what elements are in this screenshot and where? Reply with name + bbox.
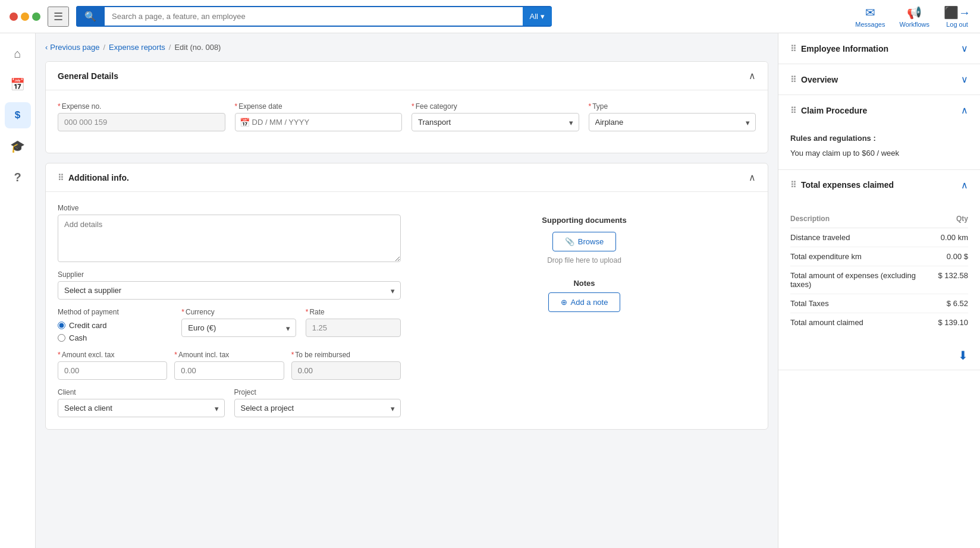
rate-group: * Rate xyxy=(306,308,401,337)
employee-info-header[interactable]: ⠿ Employee Information ∨ xyxy=(778,33,980,64)
totals-table: Description Qty Distance traveled0.00 km… xyxy=(790,212,968,332)
search-button[interactable]: 🔍 xyxy=(76,6,105,27)
supplier-group: Supplier Select a supplier xyxy=(58,270,401,300)
sidebar: ⌂ 📅 $ 🎓 ? xyxy=(0,33,36,548)
overview-title: ⠿ Overview xyxy=(790,75,838,84)
currency-label: * Currency xyxy=(181,308,296,316)
payment-method-label: Method of payment xyxy=(58,308,172,316)
overview-header[interactable]: ⠿ Overview ∨ xyxy=(778,64,980,95)
currency-select[interactable]: Euro (€) USD ($) GBP (£) xyxy=(181,319,296,337)
logo xyxy=(10,12,40,21)
expense-date-label: * Expense date xyxy=(235,102,403,111)
total-expenses-section: ⠿ Total expenses claimed ∧ Description Q… xyxy=(778,170,980,370)
general-details-card: General Details ∧ * Expense no. xyxy=(45,61,768,153)
table-row: Total amount of expenses (excluding taxe… xyxy=(790,266,968,294)
hamburger-menu[interactable]: ☰ xyxy=(48,7,69,27)
total-expenses-title: ⠿ Total expenses claimed xyxy=(790,180,894,190)
rate-input[interactable] xyxy=(306,319,401,337)
workflows-nav[interactable]: 📢 Workflows xyxy=(899,5,929,28)
overview-toggle[interactable]: ∨ xyxy=(961,74,968,85)
row-qty: $ 6.52 xyxy=(938,294,968,313)
supplier-select[interactable]: Select a supplier xyxy=(58,281,401,300)
logout-nav[interactable]: ⬛→ Log out xyxy=(944,5,970,28)
amount-excl-input[interactable] xyxy=(58,361,167,380)
client-group: Client Select a client xyxy=(58,388,225,417)
messages-nav[interactable]: ✉ Messages xyxy=(855,5,885,28)
type-label: * Type xyxy=(589,102,756,111)
sidebar-item-calendar[interactable]: 📅 xyxy=(5,71,31,97)
row-description: Total Taxes xyxy=(790,294,938,313)
claim-rules-title: Rules and regulations : xyxy=(790,133,968,145)
row-description: Distance traveled xyxy=(790,228,938,247)
motive-group: Motive xyxy=(58,204,401,262)
motive-textarea[interactable] xyxy=(58,215,401,262)
payment-radio-group: Credit card Cash xyxy=(58,321,172,342)
amount-excl-group: * Amount excl. tax xyxy=(58,351,167,380)
sidebar-item-training[interactable]: 🎓 xyxy=(5,133,31,159)
logo-dot-yellow xyxy=(21,12,29,21)
search-filter-button[interactable]: All ▾ xyxy=(523,7,552,26)
claim-rules-text: You may claim up to $60 / week xyxy=(790,147,968,160)
credit-card-radio-label[interactable]: Credit card xyxy=(58,321,172,330)
claim-procedure-toggle[interactable]: ∧ xyxy=(961,105,968,116)
cash-radio-label[interactable]: Cash xyxy=(58,333,172,342)
row-qty: 0.00 km xyxy=(938,228,968,247)
additional-info-cols: Motive Supplier Select a supplier xyxy=(58,204,756,417)
expense-no-input[interactable] xyxy=(58,113,225,131)
amount-incl-group: * Amount incl. tax xyxy=(174,351,284,380)
download-button[interactable]: ⬇ xyxy=(778,341,980,370)
search-input[interactable] xyxy=(105,7,523,26)
client-select[interactable]: Select a client xyxy=(58,399,225,417)
project-select[interactable]: Select a project xyxy=(234,399,401,417)
employee-info-toggle[interactable]: ∨ xyxy=(961,43,968,54)
previous-page-link[interactable]: ‹ Previous page xyxy=(45,43,99,52)
breadcrumb: ‹ Previous page / Expense reports / Edit… xyxy=(45,43,768,52)
expense-date-input[interactable] xyxy=(235,113,403,131)
additional-info-body: Motive Supplier Select a supplier xyxy=(46,192,768,429)
fee-category-group: * Fee category Transport Accommodation M… xyxy=(412,102,579,131)
breadcrumb-expense-reports[interactable]: Expense reports xyxy=(109,43,165,52)
add-note-button[interactable]: ⊕ Add a note xyxy=(548,292,621,312)
fee-category-label: * Fee category xyxy=(412,102,579,111)
additional-info-left: Motive Supplier Select a supplier xyxy=(58,204,401,417)
col-description: Description xyxy=(790,212,938,228)
breadcrumb-sep-2: / xyxy=(169,43,171,52)
table-row: Total Taxes$ 6.52 xyxy=(790,294,968,313)
type-select[interactable]: Airplane Train Car Other xyxy=(589,113,756,131)
row-description: Total amount claimed xyxy=(790,313,938,332)
general-details-toggle[interactable]: ∧ xyxy=(749,70,756,81)
motive-label: Motive xyxy=(58,204,401,212)
credit-card-radio[interactable] xyxy=(58,322,65,329)
project-select-wrapper: Select a project xyxy=(234,399,401,417)
additional-info-right: Supporting documents 📎 Browse Drop file … xyxy=(413,204,756,417)
claim-procedure-header[interactable]: ⠿ Claim Procedure ∧ xyxy=(778,95,980,125)
sidebar-item-help[interactable]: ? xyxy=(5,164,31,190)
amount-excl-label: * Amount excl. tax xyxy=(58,351,167,359)
additional-info-toggle[interactable]: ∧ xyxy=(749,172,756,183)
additional-info-header: ⠿ Additional info. ∧ xyxy=(46,163,768,192)
browse-button[interactable]: 📎 Browse xyxy=(552,232,616,251)
row-description: Total amount of expenses (excluding taxe… xyxy=(790,266,938,294)
fee-category-select[interactable]: Transport Accommodation Meals Other xyxy=(412,113,579,131)
amount-incl-input[interactable] xyxy=(174,361,284,380)
total-expenses-header[interactable]: ⠿ Total expenses claimed ∧ xyxy=(778,170,980,200)
right-panel: ⠿ Employee Information ∨ ⠿ Overview ∨ ⠿ xyxy=(778,33,980,548)
cash-radio[interactable] xyxy=(58,334,65,342)
payment-method-group: Method of payment Credit card Cash xyxy=(58,308,172,342)
table-row: Distance traveled0.00 km xyxy=(790,228,968,247)
drag-icon: ⠿ xyxy=(58,173,64,182)
col-qty: Qty xyxy=(938,212,968,228)
sidebar-item-expense[interactable]: $ xyxy=(5,102,31,128)
expense-no-label: * Expense no. xyxy=(58,102,225,111)
sidebar-item-home[interactable]: ⌂ xyxy=(5,40,31,67)
reimbursed-input[interactable] xyxy=(291,361,401,380)
total-expenses-toggle[interactable]: ∧ xyxy=(961,179,968,191)
search-bar: 🔍 All ▾ xyxy=(76,6,552,27)
claim-procedure-section: ⠿ Claim Procedure ∧ Rules and regulation… xyxy=(778,95,980,170)
drag-icon-claim: ⠿ xyxy=(790,106,796,115)
employee-info-section: ⠿ Employee Information ∨ xyxy=(778,33,980,64)
expense-date-group: * Expense date 📅 xyxy=(235,102,403,131)
currency-group: * Currency Euro (€) USD ($) GBP (£) xyxy=(181,308,296,337)
download-icon: ⬇ xyxy=(958,348,968,363)
logo-dot-green xyxy=(32,12,40,21)
